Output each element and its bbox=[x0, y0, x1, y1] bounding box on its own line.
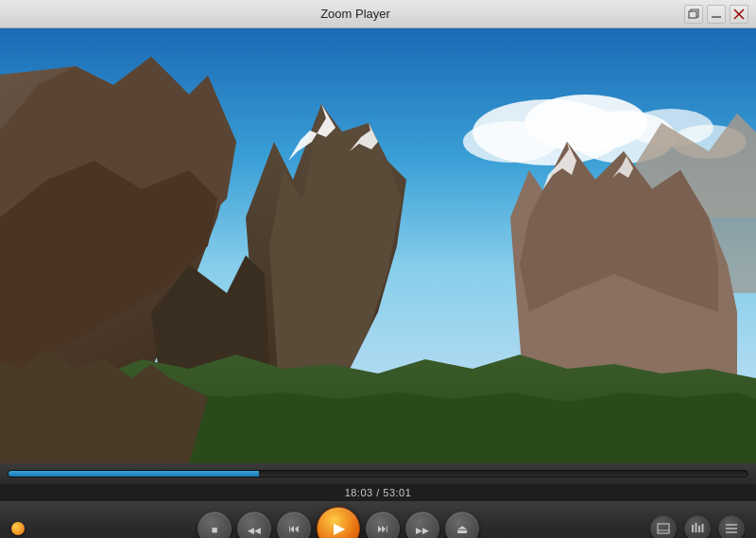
video-content bbox=[0, 28, 756, 463]
controls-bar: ⏮ ⏭ bbox=[0, 501, 756, 538]
rewind-button[interactable] bbox=[237, 512, 271, 539]
svg-rect-32 bbox=[698, 526, 700, 532]
minimize-icon bbox=[711, 9, 722, 20]
seekbar-track[interactable] bbox=[8, 470, 748, 477]
prev-icon: ⏮ bbox=[288, 522, 300, 535]
svg-rect-33 bbox=[702, 524, 704, 532]
rewind-icon bbox=[248, 520, 261, 537]
eject-icon bbox=[456, 520, 468, 537]
seekbar-fill bbox=[9, 471, 259, 477]
fast-forward-button[interactable] bbox=[405, 512, 439, 539]
equalizer-icon bbox=[691, 522, 704, 535]
control-buttons: ⏮ ⏭ bbox=[36, 507, 641, 539]
next-button[interactable]: ⏭ bbox=[366, 512, 400, 539]
close-button[interactable] bbox=[730, 5, 748, 24]
video-area[interactable] bbox=[0, 28, 756, 463]
titlebar: Zoom Player bbox=[0, 0, 756, 28]
titlebar-controls bbox=[684, 5, 748, 24]
close-icon bbox=[733, 9, 745, 20]
restore-button[interactable] bbox=[684, 5, 703, 24]
right-controls bbox=[650, 515, 745, 539]
svg-rect-0 bbox=[689, 11, 696, 18]
svg-rect-30 bbox=[692, 525, 694, 532]
volume-indicator[interactable] bbox=[11, 522, 25, 535]
svg-rect-31 bbox=[696, 523, 697, 532]
eject-button[interactable] bbox=[445, 512, 479, 539]
screen-size-button[interactable] bbox=[650, 515, 677, 539]
svg-rect-28 bbox=[658, 524, 669, 533]
svg-point-8 bbox=[463, 121, 558, 163]
stop-icon bbox=[212, 520, 218, 537]
restore-icon bbox=[688, 9, 699, 20]
time-display-container: 18:03 / 53:01 bbox=[0, 484, 756, 501]
screen-size-icon bbox=[657, 522, 670, 535]
play-button[interactable] bbox=[317, 507, 360, 539]
minimize-button[interactable] bbox=[707, 5, 726, 24]
next-icon: ⏭ bbox=[377, 522, 388, 535]
seekbar-area[interactable] bbox=[0, 463, 756, 484]
menu-button[interactable] bbox=[718, 515, 745, 539]
window-title: Zoom Player bbox=[26, 7, 684, 21]
time-display: 18:03 / 53:01 bbox=[345, 487, 412, 498]
fast-forward-icon bbox=[416, 520, 429, 537]
stop-button[interactable] bbox=[198, 512, 232, 539]
play-icon bbox=[332, 519, 345, 537]
menu-icon bbox=[725, 522, 738, 535]
equalizer-button[interactable] bbox=[684, 515, 711, 539]
prev-button[interactable]: ⏮ bbox=[277, 512, 311, 539]
